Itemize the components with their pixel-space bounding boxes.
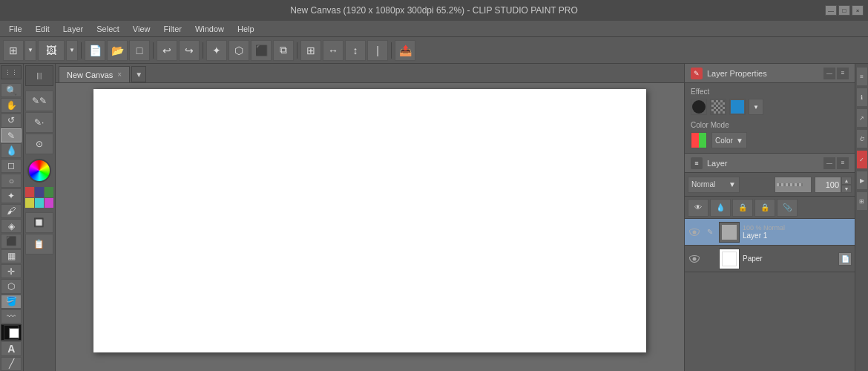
opacity-area: 100 ▲ ▼ <box>815 177 852 193</box>
tool-blend[interactable]: ◈ <box>1 219 22 233</box>
tool-color-fg[interactable] <box>1 324 22 341</box>
far-right-anim-btn[interactable]: ▶ <box>856 171 868 190</box>
layer-1-meta: 100 % Normal <box>743 224 852 232</box>
toolbar-rotate-btn[interactable]: | <box>367 40 388 61</box>
tool-rotate[interactable]: ↺ <box>1 114 22 128</box>
effect-dropdown-btn[interactable]: ▼ <box>749 99 763 115</box>
opacity-slider[interactable] <box>775 177 812 193</box>
panel-collapse-btn[interactable]: — <box>823 68 835 79</box>
layer-clipping[interactable]: 📎 <box>777 199 798 217</box>
close-button[interactable]: × <box>852 5 864 16</box>
swatch-green[interactable] <box>45 187 53 197</box>
layer-lock-all[interactable]: 💧 <box>710 199 731 217</box>
subtool-1[interactable]: ✎✎ <box>25 91 53 111</box>
tool-pen[interactable]: ✎ <box>1 128 22 142</box>
menu-filter[interactable]: Filter <box>157 23 187 35</box>
toolbar-export-btn[interactable]: 📤 <box>395 40 415 61</box>
menu-window[interactable]: Window <box>189 23 230 35</box>
toolbar-flip-h-btn[interactable]: ↔ <box>323 40 343 61</box>
subtool-3[interactable]: ⊙ <box>25 134 53 154</box>
tool-move[interactable]: ✛ <box>1 264 22 278</box>
tool-zoom[interactable]: 🔍 <box>1 83 22 97</box>
layer-1-thumb <box>719 222 740 243</box>
swatch-blue[interactable] <box>35 187 44 197</box>
far-right-extra-btn[interactable]: ⊞ <box>856 191 868 211</box>
far-right-info-btn[interactable]: ℹ <box>856 88 868 107</box>
opacity-input[interactable]: 100 <box>815 177 841 193</box>
toolbar-open-btn[interactable]: 📂 <box>107 40 128 61</box>
toolbar-redo-btn[interactable]: ↪ <box>179 40 200 61</box>
tool-magic-wand[interactable]: ✦ <box>1 188 22 203</box>
menu-view[interactable]: View <box>127 23 157 35</box>
color-wheel[interactable] <box>27 159 51 183</box>
layer-new-folder[interactable]: 👁 <box>688 199 708 217</box>
layer-panel-collapse[interactable]: — <box>823 157 835 169</box>
canvas-tab-main[interactable]: New Canvas × <box>59 66 130 82</box>
tool-shape[interactable]: ╱ <box>1 357 22 371</box>
subtool-2[interactable]: ✎· <box>25 112 53 133</box>
far-right-nav-btn[interactable]: ↗ <box>856 108 868 128</box>
tool-eyedrop[interactable]: 💧 <box>1 143 22 157</box>
tool-gradient[interactable]: ▦ <box>1 249 22 263</box>
swatch-yellow[interactable] <box>25 198 34 209</box>
layer-row-1[interactable]: ✎ 100 % Normal Layer 1 <box>685 219 855 246</box>
subtool-5[interactable]: 📋 <box>25 234 53 255</box>
toolbar-grid-btn[interactable]: ⊞ <box>3 40 24 61</box>
tool-eraser[interactable]: ◻ <box>1 159 22 173</box>
menu-file[interactable]: File <box>3 23 28 35</box>
toolbar-fill-btn[interactable]: ⬛ <box>251 40 272 61</box>
layer-1-visibility[interactable] <box>688 226 701 239</box>
opacity-up[interactable]: ▲ <box>841 177 852 185</box>
tool-text[interactable]: A <box>1 341 22 355</box>
sub-tool-panel-btn[interactable]: ⋮⋮ <box>1 65 22 79</box>
toolbar-select-btn[interactable]: ⬡ <box>228 40 249 61</box>
panel-menu-btn[interactable]: ≡ <box>837 68 849 79</box>
tool-smudge[interactable]: 〰 <box>1 309 22 324</box>
menu-edit[interactable]: Edit <box>30 23 56 35</box>
menu-help[interactable]: Help <box>231 23 260 35</box>
effect-checker[interactable] <box>710 99 726 115</box>
layer-panel-menu[interactable]: ≡ <box>837 157 849 169</box>
tool-transform2[interactable]: ⬡ <box>1 279 22 293</box>
tool-hand[interactable]: ✋ <box>1 98 22 112</box>
effect-blue-square[interactable] <box>729 99 746 115</box>
tool-bucket[interactable]: 🪣 <box>1 295 22 309</box>
tool-fill[interactable]: ⬛ <box>1 234 22 248</box>
swatch-cyan[interactable] <box>35 198 44 209</box>
tool-lasso[interactable]: ○ <box>1 174 22 188</box>
far-right-layers-btn[interactable]: ≡ <box>856 67 868 86</box>
toolbar-new-btn[interactable]: 📄 <box>85 40 105 61</box>
tab-scroll-arrow[interactable]: ▼ <box>131 66 146 82</box>
menu-select[interactable]: Select <box>91 23 125 35</box>
toolbar-transform-btn[interactable]: ✦ <box>206 40 227 61</box>
maximize-button[interactable]: □ <box>838 5 850 16</box>
layer-1-lock[interactable]: ✎ <box>704 226 716 238</box>
toolbar-grid-dropdown[interactable]: ▼ <box>24 40 36 61</box>
toolbar-rect-btn[interactable]: □ <box>129 40 150 61</box>
toolbar-img-dropdown[interactable]: ▼ <box>66 40 78 61</box>
effect-black-circle[interactable] <box>691 99 707 115</box>
menu-layer[interactable]: Layer <box>57 23 90 35</box>
tool-brush[interactable]: 🖌 <box>1 204 22 218</box>
color-mode-dropdown[interactable]: Color ▼ <box>711 132 747 148</box>
toolbar-undo-btn[interactable]: ↩ <box>157 40 177 61</box>
minimize-button[interactable]: — <box>825 5 837 16</box>
toolbar-flip-v-btn[interactable]: ↕ <box>345 40 366 61</box>
paper-visibility[interactable] <box>688 252 701 266</box>
blend-mode-dropdown[interactable]: Normal ▼ <box>688 177 740 193</box>
black-circle-icon <box>692 100 706 114</box>
swatch-magenta[interactable] <box>45 198 53 209</box>
far-right-hist-btn[interactable]: ⏱ <box>856 129 868 148</box>
layer-row-paper[interactable]: Paper 📄 <box>685 246 855 272</box>
opacity-down[interactable]: ▼ <box>841 185 852 193</box>
far-right-check-btn[interactable]: ✓ <box>856 150 868 169</box>
subtool-4[interactable]: 🔲 <box>25 212 53 233</box>
canvas-tab-close[interactable]: × <box>117 70 122 79</box>
toolbar-scale-btn[interactable]: ⊞ <box>300 40 321 61</box>
brush-size-panel[interactable]: ||| <box>25 65 53 86</box>
toolbar-mesh-btn[interactable]: ⧉ <box>273 40 294 61</box>
layer-lock-alpha[interactable]: 🔒 <box>732 199 753 217</box>
layer-lock-draw[interactable]: 🔒 <box>754 199 775 217</box>
swatch-red[interactable] <box>25 187 34 197</box>
toolbar-image-btn[interactable]: 🖼 <box>38 40 65 61</box>
